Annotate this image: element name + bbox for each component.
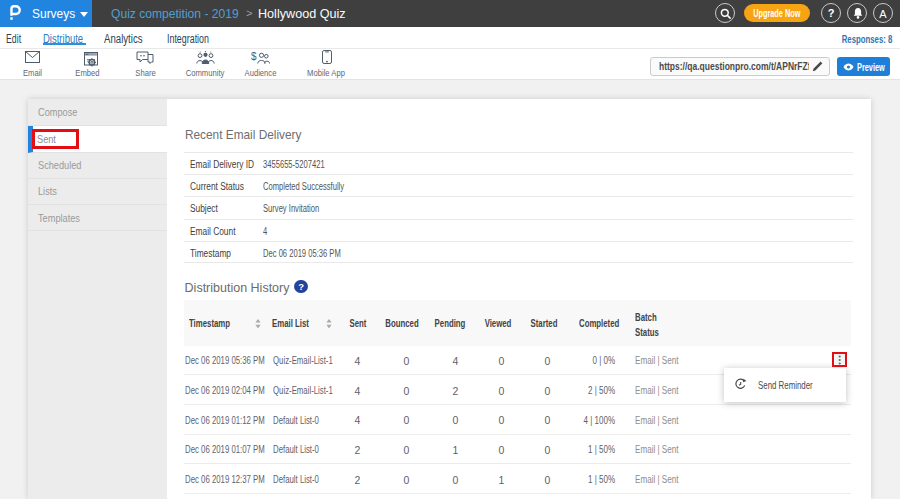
svg-text:$: $ — [251, 51, 257, 62]
